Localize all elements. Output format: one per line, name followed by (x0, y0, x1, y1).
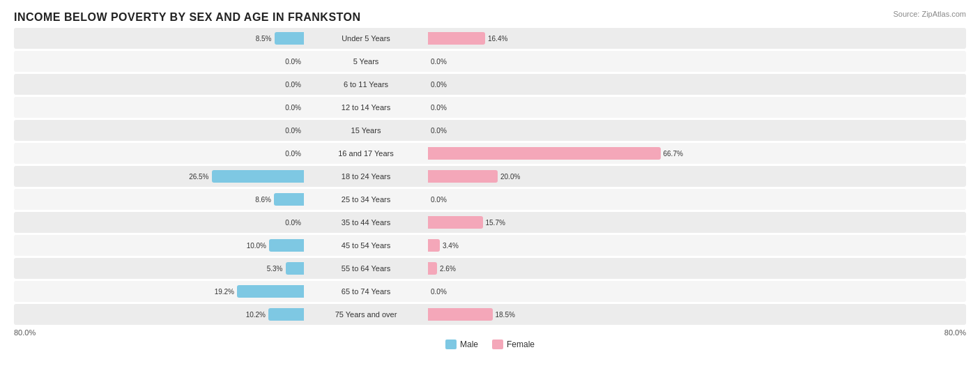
legend-male-box (445, 340, 457, 349)
legend-male-label: Male (460, 340, 478, 349)
female-bar (428, 262, 437, 275)
bar-row: 0.0%12 to 14 Years0.0% (14, 97, 966, 118)
female-value: 2.6% (440, 265, 456, 273)
male-bar (275, 32, 305, 45)
row-label: 12 to 14 Years (307, 103, 425, 112)
bars-container: 8.5%Under 5 Years16.4%0.0%5 Years0.0%0.0… (14, 28, 966, 326)
bottom-area: 80.0% 80.0% Male Female (14, 326, 966, 349)
bar-row: 8.5%Under 5 Years16.4% (14, 28, 966, 49)
female-value: 0.0% (431, 196, 447, 204)
female-value: 15.7% (486, 219, 505, 227)
row-label: 16 and 17 Years (307, 149, 425, 158)
female-bar (428, 170, 498, 183)
female-value: 0.0% (431, 104, 447, 112)
axis-right: 80.0% (944, 328, 966, 337)
row-label: 65 to 74 Years (307, 287, 425, 296)
row-label: 45 to 54 Years (307, 241, 425, 250)
bar-row: 5.3%55 to 64 Years2.6% (14, 258, 966, 279)
male-value: 8.6% (255, 196, 271, 204)
male-value: 5.3% (267, 265, 283, 273)
male-value: 8.5% (256, 35, 272, 43)
male-bar (268, 308, 304, 321)
male-value: 0.0% (285, 104, 301, 112)
bar-row: 19.2%65 to 74 Years0.0% (14, 281, 966, 302)
bar-row: 10.0%45 to 54 Years3.4% (14, 235, 966, 256)
legend: Male Female (14, 340, 966, 349)
female-bar (428, 216, 483, 229)
male-bar (237, 285, 304, 298)
axis-left: 80.0% (14, 328, 36, 337)
bar-row: 0.0%15 Years0.0% (14, 120, 966, 141)
legend-male: Male (445, 340, 478, 349)
female-bar (428, 32, 485, 45)
male-value: 10.2% (246, 311, 266, 319)
row-label: 15 Years (307, 126, 425, 135)
male-bar (274, 193, 304, 206)
male-value: 19.2% (215, 288, 234, 296)
male-bar (212, 170, 305, 183)
female-value: 0.0% (431, 288, 447, 296)
bar-row: 0.0%16 and 17 Years66.7% (14, 143, 966, 164)
row-label: Under 5 Years (307, 34, 425, 43)
male-value: 26.5% (189, 173, 208, 181)
female-value: 0.0% (431, 127, 447, 135)
bar-row: 8.6%25 to 34 Years0.0% (14, 189, 966, 210)
legend-female-box (492, 340, 503, 349)
bar-row: 10.2%75 Years and over18.5% (14, 304, 966, 325)
row-label: 55 to 64 Years (307, 264, 425, 273)
legend-female: Female (492, 340, 535, 349)
bar-row: 0.0%6 to 11 Years0.0% (14, 74, 966, 95)
male-value: 0.0% (285, 219, 301, 227)
female-value: 20.0% (500, 173, 520, 181)
source-label: Source: ZipAtlas.com (893, 10, 966, 18)
female-value: 0.0% (431, 81, 447, 89)
male-value: 0.0% (285, 127, 301, 135)
row-label: 18 to 24 Years (307, 172, 425, 181)
male-value: 0.0% (285, 150, 301, 158)
female-value: 18.5% (496, 311, 515, 319)
male-bar (286, 262, 305, 275)
row-label: 35 to 44 Years (307, 218, 425, 227)
male-value: 0.0% (285, 81, 301, 89)
female-bar (428, 239, 440, 252)
female-value: 16.4% (488, 35, 507, 43)
female-value: 3.4% (443, 242, 459, 250)
female-value: 66.7% (664, 150, 683, 158)
female-bar (428, 147, 661, 160)
male-value: 0.0% (285, 58, 301, 66)
axis-labels: 80.0% 80.0% (14, 326, 966, 337)
chart-container: INCOME BELOW POVERTY BY SEX AND AGE IN F… (0, 0, 980, 389)
row-label: 6 to 11 Years (307, 80, 425, 89)
male-bar (269, 239, 304, 252)
bar-row: 26.5%18 to 24 Years20.0% (14, 166, 966, 187)
female-value: 0.0% (431, 58, 447, 66)
bar-row: 0.0%35 to 44 Years15.7% (14, 212, 966, 233)
row-label: 5 Years (307, 57, 425, 66)
chart-title: INCOME BELOW POVERTY BY SEX AND AGE IN F… (14, 11, 966, 24)
row-label: 25 to 34 Years (307, 195, 425, 204)
female-bar (428, 308, 493, 321)
legend-female-label: Female (507, 340, 535, 349)
row-label: 75 Years and over (307, 310, 425, 319)
bar-row: 0.0%5 Years0.0% (14, 51, 966, 72)
male-value: 10.0% (247, 242, 266, 250)
